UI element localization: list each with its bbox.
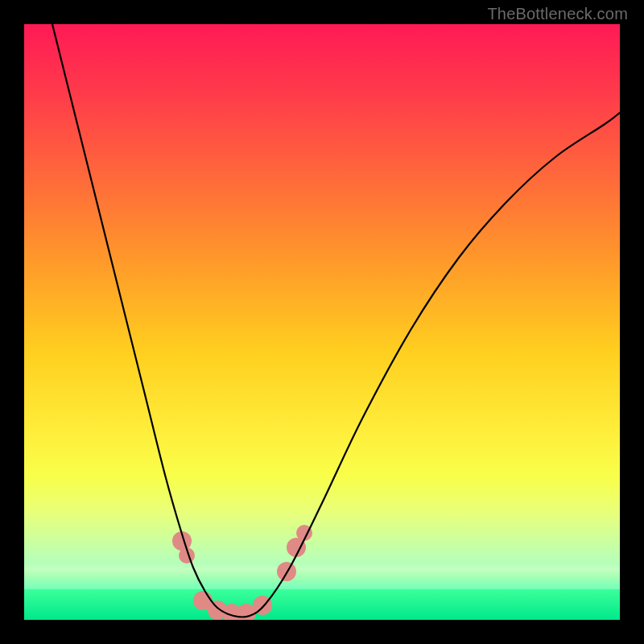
chart-curve — [52, 24, 620, 617]
chart-svg — [24, 24, 620, 620]
watermark-text: TheBottleneck.com — [487, 5, 628, 23]
chart-area — [24, 24, 620, 620]
chart-markers — [172, 525, 312, 620]
